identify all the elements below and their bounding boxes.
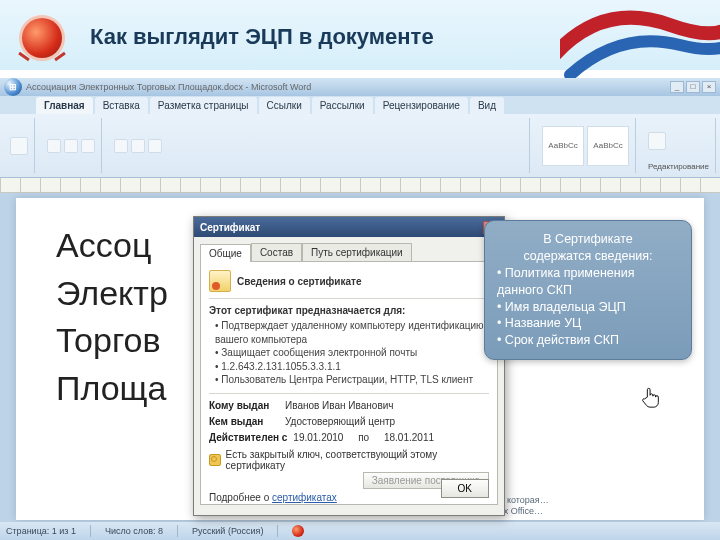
- cert-tab-details[interactable]: Состав: [251, 243, 302, 261]
- cert-tab-path[interactable]: Путь сертификации: [302, 243, 412, 261]
- certificate-icon: [209, 270, 231, 292]
- signature-status-icon[interactable]: [292, 525, 304, 537]
- seal-icon: [22, 18, 62, 58]
- hand-cursor-icon: [640, 386, 662, 410]
- close-button[interactable]: ×: [702, 81, 716, 93]
- editing-group-label: Редактирование: [648, 162, 709, 171]
- ribbon-tabs: Главная Вставка Разметка страницы Ссылки…: [0, 96, 720, 114]
- dialog-title: Сертификат: [200, 222, 260, 233]
- align-left-icon[interactable]: [114, 139, 128, 153]
- bold-icon[interactable]: [47, 139, 61, 153]
- minimize-button[interactable]: _: [670, 81, 684, 93]
- tab-view[interactable]: Вид: [470, 97, 504, 114]
- cert-purpose-list: • Подтверждает удаленному компьютеру иде…: [215, 319, 489, 387]
- info-callout: В Сертификате содержатся сведения: • Пол…: [484, 220, 692, 360]
- align-center-icon[interactable]: [131, 139, 145, 153]
- style-preview[interactable]: AaBbCc: [587, 126, 629, 166]
- tab-layout[interactable]: Разметка страницы: [150, 97, 257, 114]
- tab-mailings[interactable]: Рассылки: [312, 97, 373, 114]
- tab-insert[interactable]: Вставка: [95, 97, 148, 114]
- window-title: Ассоциация Электронных Торговых Площадок…: [26, 82, 670, 92]
- issued-to-label: Кому выдан: [209, 400, 279, 411]
- ribbon: AaBbCcAaBbCc Редактирование: [0, 114, 720, 178]
- tab-references[interactable]: Ссылки: [259, 97, 310, 114]
- valid-label: Действителен с: [209, 432, 287, 443]
- cert-intended-label: Этот сертификат предназначается для:: [209, 305, 489, 316]
- find-icon[interactable]: [648, 132, 666, 150]
- status-words: Число слов: 8: [105, 526, 163, 536]
- decorative-swoosh: [560, 0, 720, 90]
- certificate-dialog: Сертификат × Общие Состав Путь сертифика…: [193, 216, 505, 516]
- italic-icon[interactable]: [64, 139, 78, 153]
- status-page: Страница: 1 из 1: [6, 526, 76, 536]
- office-orb[interactable]: ⊞: [4, 78, 22, 96]
- status-bar: Страница: 1 из 1 Число слов: 8 Русский (…: [0, 522, 720, 540]
- cert-header: Сведения о сертификате: [237, 276, 361, 287]
- slide-title: Как выглядит ЭЦП в документе: [90, 24, 434, 50]
- issued-by-value: Удостоверяющий центр: [285, 416, 395, 427]
- issued-by-label: Кем выдан: [209, 416, 279, 427]
- status-lang[interactable]: Русский (Россия): [192, 526, 263, 536]
- maximize-button[interactable]: □: [686, 81, 700, 93]
- valid-to: 18.01.2011: [384, 432, 434, 443]
- ruler[interactable]: [0, 178, 720, 193]
- paste-icon[interactable]: [10, 137, 28, 155]
- bullets-icon[interactable]: [148, 139, 162, 153]
- key-icon: [209, 454, 221, 466]
- valid-from: 19.01.2010: [293, 432, 343, 443]
- issued-to-value: Иванов Иван Иванович: [285, 400, 394, 411]
- tab-home[interactable]: Главная: [36, 97, 93, 114]
- style-preview[interactable]: AaBbCc: [542, 126, 584, 166]
- private-key-msg: Есть закрытый ключ, соответствующий этом…: [226, 449, 489, 471]
- about-certificates-link[interactable]: сертификатах: [272, 492, 337, 503]
- tab-review[interactable]: Рецензирование: [375, 97, 468, 114]
- ok-button[interactable]: OK: [441, 479, 489, 498]
- underline-icon[interactable]: [81, 139, 95, 153]
- cert-tab-general[interactable]: Общие: [200, 244, 251, 262]
